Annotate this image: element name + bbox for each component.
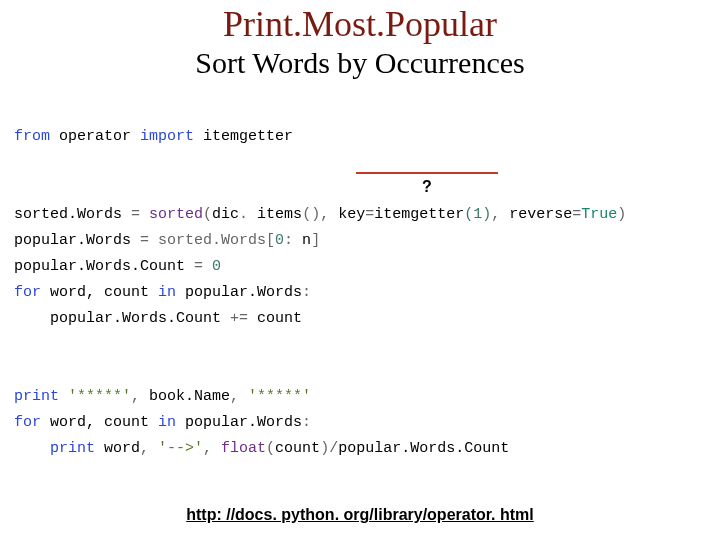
op-eq4: = sorted.Words bbox=[131, 232, 266, 249]
slide-title: Print.Most.Popular bbox=[0, 6, 720, 44]
kw-from: from bbox=[14, 128, 50, 145]
annotation-question-mark: ? bbox=[422, 174, 432, 200]
op-eq: = bbox=[122, 206, 149, 223]
id-sortedwords: sorted.Words bbox=[14, 206, 122, 223]
kw-reverse: reverse bbox=[509, 206, 572, 223]
paren-close2: ) bbox=[320, 440, 329, 457]
paren-end: ) bbox=[617, 206, 626, 223]
id-itemgetter2: itemgetter bbox=[374, 206, 464, 223]
footer-link[interactable]: http: //docs. python. org/library/operat… bbox=[0, 506, 720, 524]
code-line-5: popular.Words.Count = 0 bbox=[14, 258, 221, 275]
comma2: , bbox=[131, 388, 149, 405]
comma: , bbox=[491, 206, 509, 223]
colon: : bbox=[284, 232, 293, 249]
str-stars2: '*****' bbox=[248, 388, 311, 405]
id-count2: count bbox=[275, 440, 320, 457]
id-popularwords3: popular.Words bbox=[176, 414, 302, 431]
op-pluseq: += bbox=[230, 310, 257, 327]
id-pwc2: popular.Words.Count bbox=[14, 310, 230, 327]
code-block: from operator import itemgetter sorted.W… bbox=[14, 98, 720, 540]
op-div: / bbox=[329, 440, 338, 457]
id-items: items bbox=[257, 206, 302, 223]
id-popularwords2: popular.Words bbox=[176, 284, 302, 301]
kw-print: print bbox=[14, 388, 59, 405]
comma4: , bbox=[140, 440, 158, 457]
bool-true: True bbox=[581, 206, 617, 223]
colon3: : bbox=[302, 414, 311, 431]
mod-operator: operator bbox=[59, 128, 131, 145]
code-line-11: print word, '-->', float(count)/popular.… bbox=[14, 440, 509, 457]
paren-open: ( bbox=[203, 206, 212, 223]
str-stars1: '*****' bbox=[59, 388, 131, 405]
dot: . bbox=[239, 206, 257, 223]
id-wordcount: word, count bbox=[41, 284, 158, 301]
kw-for2: for bbox=[14, 414, 41, 431]
paren-close: (), bbox=[302, 206, 338, 223]
code-line-7: popular.Words.Count += count bbox=[14, 310, 302, 327]
comma3: , bbox=[230, 388, 248, 405]
bracket-open: [ bbox=[266, 232, 275, 249]
fn-float: float bbox=[221, 440, 266, 457]
code-line-3: sorted.Words = sorted(dic. items(), key=… bbox=[14, 206, 626, 223]
paren-open2: ( bbox=[266, 440, 275, 457]
fn-sorted: sorted bbox=[149, 206, 203, 223]
comma5: , bbox=[203, 440, 221, 457]
colon2: : bbox=[302, 284, 311, 301]
code-line-4: popular.Words = sorted.Words[0: n] bbox=[14, 232, 320, 249]
slide-subtitle: Sort Words by Occurrences bbox=[0, 46, 720, 80]
slide: Print.Most.Popular Sort Words by Occurre… bbox=[0, 6, 720, 540]
kw-in2: in bbox=[158, 414, 176, 431]
id-bookname: book.Name bbox=[149, 388, 230, 405]
num-1: (1) bbox=[464, 206, 491, 223]
kw-import: import bbox=[140, 128, 194, 145]
id-popularwords: popular.Words bbox=[14, 232, 131, 249]
kw-key: key bbox=[338, 206, 365, 223]
op-eq2: = bbox=[365, 206, 374, 223]
num-0: 0 bbox=[275, 232, 284, 249]
id-word2: word bbox=[95, 440, 140, 457]
kw-in: in bbox=[158, 284, 176, 301]
code-line-6: for word, count in popular.Words: bbox=[14, 284, 311, 301]
id-wordcount2: word, count bbox=[41, 414, 158, 431]
op-eq3: = bbox=[572, 206, 581, 223]
num-0b: 0 bbox=[212, 258, 221, 275]
id-pwc3: popular.Words.Count bbox=[338, 440, 509, 457]
code-line-1: from operator import itemgetter bbox=[14, 128, 293, 145]
id-popularwordscount: popular.Words.Count bbox=[14, 258, 185, 275]
id-count: count bbox=[257, 310, 302, 327]
id-n: n bbox=[293, 232, 311, 249]
str-arrow: '-->' bbox=[158, 440, 203, 457]
bracket-close: ] bbox=[311, 232, 320, 249]
kw-print2: print bbox=[14, 440, 95, 457]
code-line-10: for word, count in popular.Words: bbox=[14, 414, 311, 431]
op-eq5: = bbox=[185, 258, 212, 275]
id-itemgetter: itemgetter bbox=[203, 128, 293, 145]
code-line-9: print '*****', book.Name, '*****' bbox=[14, 388, 311, 405]
kw-for: for bbox=[14, 284, 41, 301]
id-dic: dic bbox=[212, 206, 239, 223]
